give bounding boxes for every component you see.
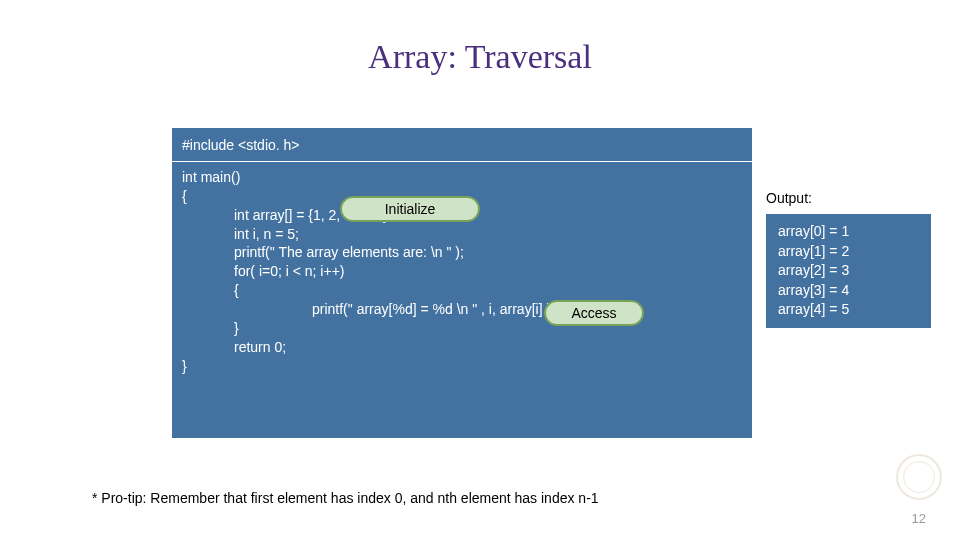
slide-number: 12 (912, 511, 926, 526)
output-line: array[2] = 3 (778, 261, 919, 281)
output-label: Output: (766, 190, 931, 206)
output-lines: array[0] = 1 array[1] = 2 array[2] = 3 a… (766, 214, 931, 328)
code-for: for( i=0; i < n; i++) (182, 262, 742, 281)
code-printf-body: printf(" array[%d] = %d \n " , i, array[… (182, 300, 742, 319)
code-printf-header: printf(" The array elements are: \n " ); (182, 243, 742, 262)
code-vars: int i, n = 5; (182, 225, 742, 244)
code-divider (172, 161, 752, 162)
callout-access: Access (544, 300, 644, 326)
code-for-open: { (182, 281, 742, 300)
code-for-close: } (182, 319, 742, 338)
output-line: array[1] = 2 (778, 242, 919, 262)
output-line: array[0] = 1 (778, 222, 919, 242)
output-panel: Output: array[0] = 1 array[1] = 2 array[… (766, 190, 931, 328)
output-line: array[4] = 5 (778, 300, 919, 320)
code-include: #include <stdio. h> (182, 136, 742, 155)
code-block: #include <stdio. h> int main() { int arr… (172, 128, 752, 438)
callout-initialize: Initialize (340, 196, 480, 222)
code-brace-close: } (182, 357, 742, 376)
protip-text: * Pro-tip: Remember that first element h… (92, 490, 599, 506)
code-main-sig: int main() (182, 168, 742, 187)
output-line: array[3] = 4 (778, 281, 919, 301)
logo-watermark (896, 454, 942, 500)
code-return: return 0; (182, 338, 742, 357)
slide-title: Array: Traversal (0, 38, 960, 76)
